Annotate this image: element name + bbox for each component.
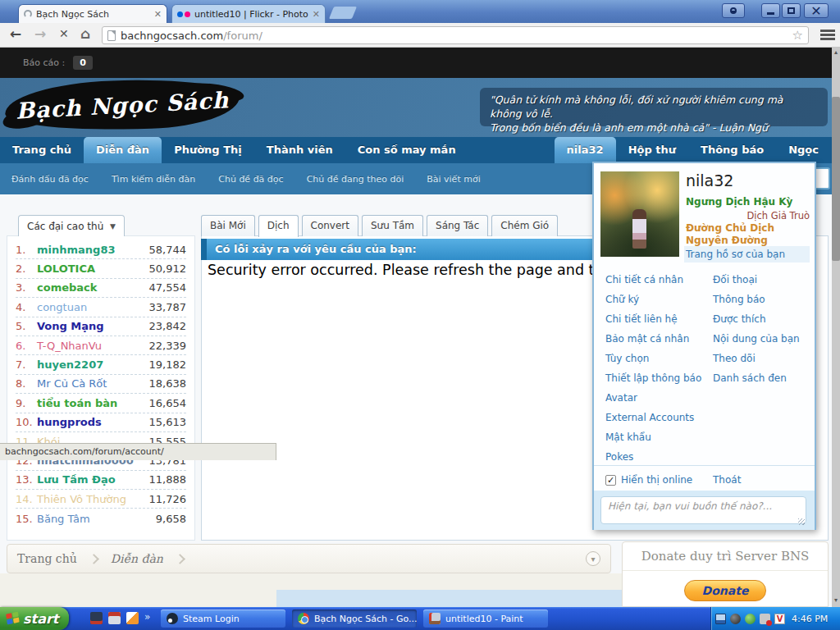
username-link[interactable]: Vong Mạng [37, 320, 104, 332]
address-bar[interactable]: bachngocsach.com /forum/ ☆ [102, 26, 809, 44]
quicklaunch-more-icon[interactable]: » [144, 611, 150, 623]
nav-item-lucky-number[interactable]: Con số may mắn [345, 137, 468, 163]
profile-button[interactable] [722, 3, 745, 18]
nav-item-inbox[interactable]: Hộp thư [616, 137, 688, 163]
resize-grip-icon[interactable] [798, 518, 805, 525]
tab-close-icon[interactable]: ✕ [313, 9, 320, 20]
menu-item-likes[interactable]: Được thích [713, 309, 810, 329]
username-link[interactable]: hungprods [37, 416, 102, 428]
quicklaunch-icon-1[interactable] [90, 612, 103, 624]
menu-item-your-content[interactable]: Nội dung của bạn [713, 329, 810, 349]
taskbar-button-chrome[interactable]: Bạch Ngọc Sách - Go... [292, 609, 417, 628]
menu-item-privacy[interactable]: Bảo mật cá nhân [605, 329, 707, 349]
dropdown-left-links: Chi tiết cá nhân Chữ ký Chi tiết liên hệ… [605, 270, 707, 467]
online-label: Hiển thị online [621, 474, 692, 486]
site-logo[interactable]: Bạch Ngọc Sách [4, 76, 240, 134]
username-link[interactable]: comeback [37, 281, 97, 294]
nav-item-home[interactable]: Trang chủ [0, 137, 84, 163]
tray-app-icon[interactable] [730, 614, 741, 624]
browser-tab-inactive[interactable]: untitled10 | Flickr - Photo Sh ✕ [171, 4, 326, 23]
menu-item-conversations[interactable]: Đối thoại [713, 270, 810, 290]
menu-item-contact-details[interactable]: Chi tiết liên hệ [605, 309, 707, 329]
nav-item-alerts[interactable]: Thông báo [688, 137, 776, 163]
subnav-read-topics[interactable]: Chủ đề đã đọc [207, 174, 294, 185]
nav-item-market[interactable]: Phường Thị [162, 137, 254, 163]
username-link[interactable]: T-Q_NhanVu [37, 340, 102, 352]
tab-dich[interactable]: Dịch [258, 215, 299, 237]
back-button[interactable]: ← [10, 25, 21, 42]
forward-button[interactable]: → [34, 25, 46, 42]
menu-item-blacklist[interactable]: Danh sách đen [713, 368, 810, 388]
subnav-search-forum[interactable]: Tìm kiếm diễn đàn [100, 174, 207, 185]
subnav-watched-topics[interactable]: Chủ đề đang theo dõi [295, 174, 416, 185]
menu-item-password[interactable]: Mật khẩu [605, 427, 707, 447]
breadcrumb-forum[interactable]: Diễn đàn [111, 552, 163, 565]
scroll-up-icon[interactable]: ▴ [832, 48, 840, 57]
nav-item-ngoc[interactable]: Ngọc [776, 137, 840, 163]
report-count-badge[interactable]: 0 [73, 56, 93, 70]
start-button[interactable]: start [0, 607, 69, 630]
tab-sang-tac[interactable]: Sáng Tác [427, 215, 488, 236]
status-textarea[interactable] [600, 496, 806, 524]
stop-icon[interactable]: ✕ [59, 27, 69, 40]
subnav-mark-read[interactable]: Đánh dấu đã đọc [0, 174, 100, 185]
menu-item-alerts[interactable]: Thông báo [713, 290, 810, 309]
restore-button[interactable] [782, 3, 801, 18]
username-link[interactable]: tiểu toán bàn [37, 397, 117, 409]
avatar[interactable] [600, 171, 679, 257]
breadcrumb-home[interactable]: Trang chủ [17, 552, 77, 565]
username-link[interactable]: minhmang83 [37, 244, 115, 256]
chevron-right-icon [175, 554, 185, 564]
leaderboard-dropdown[interactable]: Các đại cao thủ ▼ [18, 215, 125, 236]
home-button[interactable]: ⌂ [80, 25, 90, 42]
nav-item-members[interactable]: Thành viên [254, 137, 345, 163]
taskbar-button-steam[interactable]: Steam Login [161, 609, 285, 628]
menu-item-external-accounts[interactable]: External Accounts [605, 408, 707, 427]
logout-link[interactable]: Thoát [713, 474, 741, 486]
menu-item-signature[interactable]: Chữ ký [605, 290, 707, 309]
menu-item-alert-preferences[interactable]: Thiết lập thông báo [605, 368, 707, 388]
scroll-down-icon[interactable]: ▾ [832, 596, 840, 605]
tab-close-icon[interactable]: ✕ [154, 9, 162, 20]
menu-item-following[interactable]: Theo dõi [713, 349, 810, 368]
quicklaunch-icon-3[interactable] [126, 612, 139, 624]
messenger-offline-icon[interactable] [760, 614, 770, 624]
minimize-button[interactable] [761, 3, 780, 18]
menu-item-pokes[interactable]: Pokes [605, 447, 707, 467]
antivirus-icon[interactable] [745, 614, 756, 624]
menu-item-personal-details[interactable]: Chi tiết cá nhân [605, 270, 707, 290]
tab-bai-moi[interactable]: Bài Mới [201, 215, 255, 236]
bookmark-star-icon[interactable]: ☆ [792, 28, 803, 43]
tab-convert[interactable]: Convert [302, 215, 358, 236]
username-link[interactable]: Băng Tâm [37, 513, 90, 525]
dropdown-right-links: Đối thoại Thông báo Được thích Nội dung … [713, 270, 810, 388]
username-link[interactable]: Mr Củ Cà Rốt [37, 377, 107, 390]
online-checkbox[interactable]: ✓ [605, 475, 616, 486]
scrollbar-thumb[interactable] [832, 97, 840, 261]
donate-button[interactable]: Donate [684, 580, 766, 601]
taskbar-button-paint[interactable]: untitled10 - Paint [423, 609, 548, 628]
username-link[interactable]: congtuan [37, 301, 87, 313]
nav-item-account[interactable]: nila32 [555, 137, 616, 163]
username-link[interactable]: LOLOTICA [37, 262, 95, 275]
username-link[interactable]: huyen2207 [37, 358, 103, 371]
profile-page-link[interactable]: Trang hồ sơ của bạn [686, 249, 785, 260]
v-app-icon[interactable]: V [774, 614, 785, 624]
menu-icon[interactable] [820, 30, 835, 42]
menu-item-preferences[interactable]: Tùy chọn [605, 349, 707, 368]
rank-label: 9. [16, 397, 37, 409]
tab-suu-tam[interactable]: Sưu Tầm [362, 215, 423, 236]
page-scrollbar[interactable]: ▴ ▾ [832, 48, 840, 607]
subnav-new-posts[interactable]: Bài viết mới [415, 174, 491, 185]
close-button[interactable]: ✕ [804, 3, 829, 18]
username-link[interactable]: Lưu Tầm Đạo [37, 473, 116, 486]
tab-chem-gio[interactable]: Chém Gió [491, 215, 558, 236]
username-link[interactable]: Thiên Vô Thường [37, 493, 126, 505]
network-icon[interactable] [715, 614, 726, 624]
new-tab-button[interactable] [329, 7, 357, 19]
quicklaunch-icon-2[interactable] [108, 612, 121, 624]
menu-item-avatar[interactable]: Avatar [605, 388, 707, 408]
browser-tab-active[interactable]: Bạch Ngọc Sách ✕ [18, 4, 167, 23]
nav-item-forum[interactable]: Diễn đàn [84, 137, 162, 163]
collapse-button[interactable]: ▾ [586, 551, 600, 566]
